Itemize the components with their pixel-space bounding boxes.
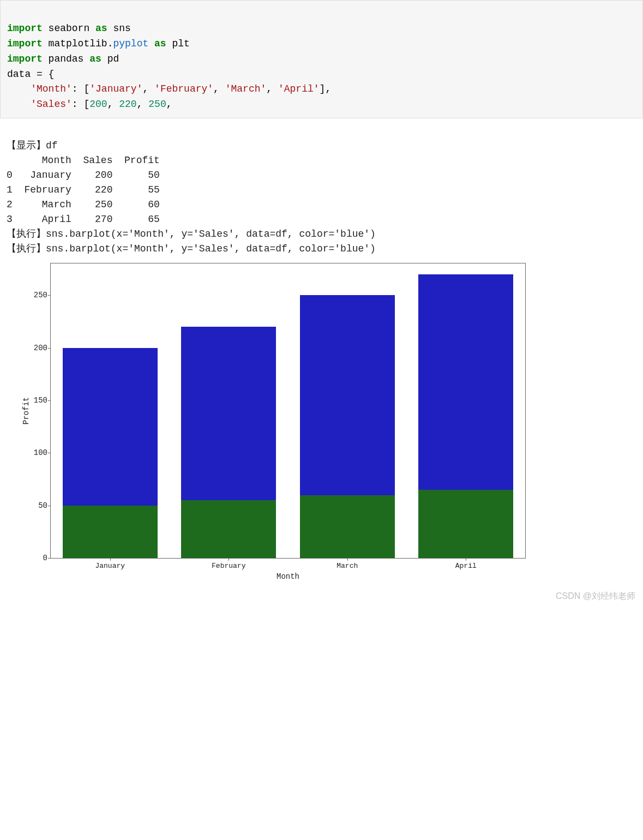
output-row: 0 January 200 50 [7,170,160,181]
output-exec-line: 【执行】sns.barplot(x='Month', y='Sales', da… [7,243,376,254]
x-axis-label: Month [277,572,299,581]
y-tick-label: 200 [26,344,47,352]
y-tick-label: 100 [26,448,47,457]
y-tick-label: 150 [26,396,47,405]
x-tick-label: January [95,562,125,570]
bar-chart: Profit Month 050100150200250JanuaryFebru… [50,263,526,559]
output-row: 2 March 250 60 [7,199,160,210]
y-tick-label: 50 [26,501,47,510]
x-tick-label: April [455,562,477,570]
bar-profit [418,490,513,558]
x-tick-label: February [212,562,245,570]
x-tick-label: March [336,562,358,570]
y-tick-label: 0 [26,554,47,562]
watermark-text: CSDN @刘经纬老师 [0,589,643,607]
output-cell: 【显示】df Month Sales Profit 0 January 200 … [0,122,643,259]
bar-profit [181,500,276,558]
bar-profit [300,495,395,559]
code-cell: import seaborn as sns import matplotlib.… [0,0,643,118]
output-row: 1 February 220 55 [7,184,160,195]
output-columns: Month Sales Profit [7,155,160,166]
output-exec-line: 【执行】sns.barplot(x='Month', y='Sales', da… [7,229,376,239]
output-header: 【显示】df [7,140,58,151]
output-row: 3 April 270 65 [7,214,160,225]
y-tick-label: 250 [26,291,47,299]
kw-import: import [7,23,43,34]
bar-profit [63,506,158,558]
chart-output: Profit Month 050100150200250JanuaryFebru… [0,259,643,589]
